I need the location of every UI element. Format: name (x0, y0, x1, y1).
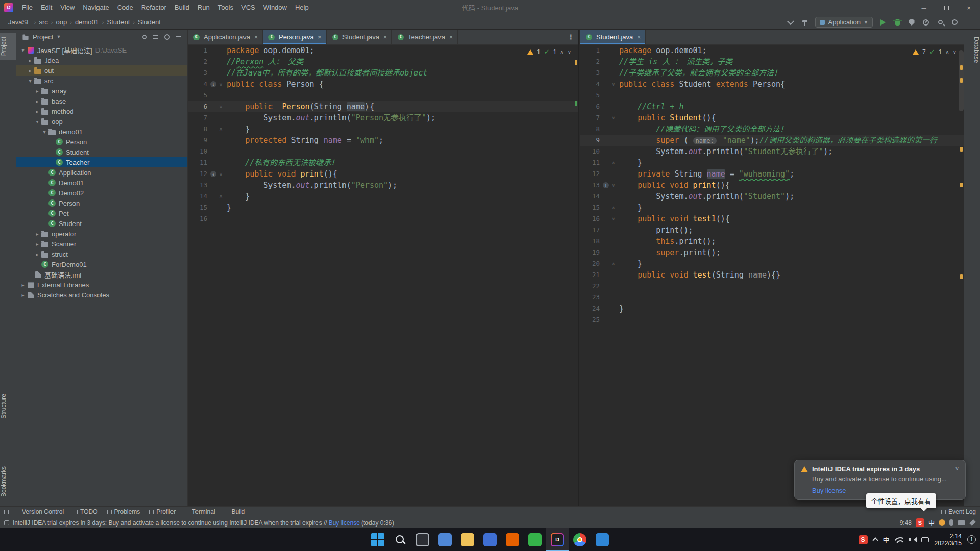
ime-language-indicator[interactable]: 中 (883, 535, 890, 544)
emoji-icon[interactable] (939, 519, 945, 526)
taskbar-app-photos[interactable] (479, 528, 501, 551)
code-line-3[interactable]: 3//子类继承了父类，就会拥有父类的全部方法！ (580, 67, 964, 79)
inspection-widget[interactable]: 7 ✓1 ∧ ∨ (913, 48, 957, 56)
code-line-16[interactable]: 16 (188, 213, 578, 224)
close-tab-icon[interactable]: × (637, 34, 641, 41)
prev-issue-icon[interactable]: ∧ (560, 49, 564, 55)
buy-license-link[interactable]: Buy license (812, 487, 846, 494)
taskbar-app-explorer[interactable] (456, 528, 479, 551)
project-panel-title[interactable]: Project (33, 33, 53, 41)
breadcrumb-item[interactable]: demo01 (74, 18, 100, 26)
menu-tools[interactable]: Tools (214, 0, 237, 15)
code-line-10[interactable]: 10 System.out.println("Student无参执行了"); (580, 146, 964, 157)
toolwindow-button-version-control[interactable]: Version Control (15, 508, 64, 515)
taskbar-app-vscode[interactable] (591, 528, 614, 551)
error-stripe-mark[interactable] (960, 65, 963, 70)
settings-gear-icon[interactable] (950, 18, 959, 27)
error-stripe-mark[interactable] (575, 60, 577, 65)
toolwindow-button-terminal[interactable]: Terminal (185, 508, 215, 515)
code-line-19[interactable]: 19 super.print(); (580, 247, 964, 258)
tree-item-Pet[interactable]: CPet (16, 208, 187, 218)
notification-count-badge[interactable]: 1 (967, 535, 976, 544)
overridden-method-icon[interactable]: ↓ (210, 171, 216, 177)
editor-tab-Teacher.java[interactable]: CTeacher.java× (392, 30, 458, 44)
ime-mode-indicator[interactable]: 中 (928, 518, 935, 527)
tree-item-struct[interactable]: ▸struct (16, 249, 187, 259)
taskbar-app-widgets[interactable] (434, 528, 456, 551)
toolwindow-button-profiler[interactable]: Profiler (149, 508, 176, 515)
error-stripe-mark[interactable] (960, 183, 963, 187)
menu-run[interactable]: Run (193, 0, 214, 15)
code-line-6[interactable]: 6∨ public Person(String name){ (188, 101, 578, 112)
collapse-all-icon[interactable] (152, 33, 160, 41)
code-line-8[interactable]: 8 //隐藏代码：调用了父类的全部方法！ (580, 123, 964, 135)
toolwindow-button-problems[interactable]: Problems (107, 508, 140, 515)
tree-item-operator[interactable]: ▸operator (16, 229, 187, 239)
quick-access-icon[interactable] (4, 510, 9, 514)
tree-expand-icon[interactable]: ▸ (34, 88, 41, 94)
taskbar-app-start[interactable] (366, 528, 389, 551)
menu-help[interactable]: Help (291, 0, 313, 15)
code-line-10[interactable]: 10 (188, 146, 578, 157)
code-line-1[interactable]: 1package oop.demo01; (580, 45, 964, 56)
tree-item-基础语法.iml[interactable]: 基础语法.iml (16, 269, 187, 280)
maximize-icon[interactable] (935, 0, 958, 15)
run-config-select[interactable]: Application ▼ (815, 17, 873, 28)
taskbar-app-intellij[interactable]: IJ (546, 528, 569, 551)
menu-code[interactable]: Code (113, 0, 137, 15)
menu-build[interactable]: Build (170, 0, 193, 15)
tree-expand-icon[interactable]: ▸ (27, 58, 34, 63)
error-stripe-mark[interactable] (960, 147, 963, 152)
menu-view[interactable]: View (56, 0, 79, 15)
tool-button-project[interactable]: Project (0, 33, 16, 60)
code-line-15[interactable]: 15∧ } (580, 202, 964, 213)
next-issue-icon[interactable]: ∨ (568, 49, 571, 55)
code-line-20[interactable]: 20∧ } (580, 258, 964, 269)
code-line-7[interactable]: 7 System.out.println("Person无参执行了"); (188, 112, 578, 123)
breadcrumb-item[interactable]: src (38, 18, 48, 26)
code-line-21[interactable]: 21 public void test(String name){} (580, 269, 964, 281)
fold-marker-icon[interactable]: ∧ (610, 258, 617, 269)
code-line-5[interactable]: 5 (188, 90, 578, 101)
next-issue-icon[interactable]: ∨ (953, 49, 957, 55)
clock[interactable]: 2:14 2022/3/15 (935, 533, 962, 547)
menu-window[interactable]: Window (259, 0, 291, 15)
code-line-3[interactable]: 3//在Java中，所有的类，都默认直接或者间接继承object (188, 67, 578, 79)
menu-edit[interactable]: Edit (37, 0, 56, 15)
fold-marker-icon[interactable]: ∧ (610, 157, 617, 168)
tool-button-structure[interactable]: Structure (0, 390, 16, 423)
fold-marker-icon[interactable]: ∧ (610, 202, 617, 213)
tree-item-Person[interactable]: CPerson (16, 137, 187, 147)
tree-item-Scratches and Consoles[interactable]: ▸Scratches and Consoles (16, 290, 187, 300)
taskbar-app-wechat[interactable] (524, 528, 546, 551)
tree-item-External Libraries[interactable]: ▸External Libraries (16, 280, 187, 290)
tree-item-Demo02[interactable]: CDemo02 (16, 188, 187, 198)
expand-chevron-icon[interactable]: ∨ (955, 465, 959, 472)
profiler-button[interactable] (922, 18, 930, 27)
tree-expand-icon[interactable]: ▸ (34, 231, 41, 237)
run-button[interactable] (879, 18, 887, 27)
error-stripe-mark[interactable] (575, 101, 577, 106)
tree-item-Demo01[interactable]: CDemo01 (16, 178, 187, 188)
tree-expand-icon[interactable]: ▸ (34, 241, 41, 247)
tree-item-oop[interactable]: ▾oop (16, 116, 187, 127)
fold-marker-icon[interactable]: ∧ (217, 123, 225, 135)
code-area-student[interactable]: 1package oop.demo01;2//学生 is 人 ： 派生类，子类3… (580, 45, 964, 506)
close-tab-icon[interactable]: × (318, 34, 322, 41)
tree-expand-icon[interactable]: ▸ (27, 68, 34, 73)
tree-expand-icon[interactable]: ▸ (34, 98, 41, 104)
code-line-2[interactable]: 2//Perxon 人： 父类 (188, 56, 578, 67)
code-line-14[interactable]: 14 System.out.println("Student"); (580, 191, 964, 202)
tree-item-base[interactable]: ▸base (16, 96, 187, 106)
menu-vcs[interactable]: VCS (237, 0, 259, 15)
fold-marker-icon[interactable]: ∨ (610, 79, 617, 90)
code-line-7[interactable]: 7∨ public Student(){ (580, 112, 964, 123)
code-line-15[interactable]: 15} (188, 202, 578, 213)
fold-marker-icon[interactable]: ∨ (217, 101, 225, 112)
code-line-12[interactable]: 12 private String name = "wuhaoming"; (580, 168, 964, 180)
editor-tab-Student.java[interactable]: CStudent.java× (580, 30, 646, 44)
search-everywhere-icon[interactable] (936, 18, 944, 27)
code-area-person[interactable]: 1package oop.demo01;2//Perxon 人： 父类3//在J… (188, 45, 578, 506)
tab-overflow-icon[interactable]: ⋮ (568, 30, 574, 44)
tool-button-database[interactable]: Database (964, 33, 980, 67)
